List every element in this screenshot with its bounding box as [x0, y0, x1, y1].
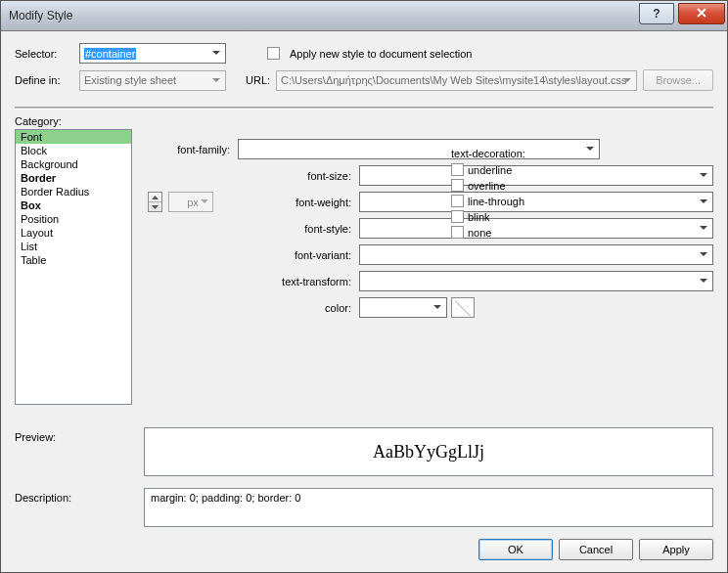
selector-label: Selector: [15, 48, 73, 60]
category-item[interactable]: Border [16, 171, 131, 185]
dialog-footer: OK Cancel Apply [1, 539, 727, 572]
font-variant-combo[interactable] [359, 244, 713, 265]
url-label: URL: [246, 74, 270, 86]
text-decoration-option: line-through [451, 195, 598, 207]
top-form: Selector: #container Apply new style to … [1, 31, 727, 103]
url-value: C:\Users\Δημήτρης\Documents\My Web Sites… [281, 74, 626, 86]
text-decoration-option: underline [451, 163, 598, 176]
text-decoration-option: none [451, 226, 598, 239]
font-size-label: font-size: [238, 170, 355, 182]
selector-combo[interactable]: #container [79, 43, 226, 64]
spin-down-icon [149, 201, 161, 211]
font-properties: font-family: font-size: [146, 129, 713, 419]
url-combo[interactable]: C:\Users\Δημήτρης\Documents\My Web Sites… [276, 70, 637, 91]
description-label: Description: [15, 488, 132, 527]
chevron-down-icon [696, 168, 710, 183]
preview-label: Preview: [15, 427, 132, 476]
text-transform-combo[interactable] [359, 271, 713, 291]
help-button[interactable]: ? [639, 3, 674, 24]
chevron-down-icon [208, 46, 223, 61]
close-button[interactable] [678, 3, 725, 24]
text-decoration-group: text-decoration: underlineoverlineline-t… [451, 148, 598, 242]
chevron-down-icon [696, 195, 710, 209]
category-item[interactable]: Table [16, 253, 131, 267]
titlebar-buttons: ? [639, 3, 725, 22]
apply-new-style-checkbox[interactable] [267, 47, 280, 60]
category-item[interactable]: Box [16, 198, 131, 212]
category-list[interactable]: FontBlockBackgroundBorderBorder RadiusBo… [15, 129, 132, 405]
bottom-area: Preview: AaBbYyGgLlJj Description: margi… [1, 419, 727, 539]
checkbox[interactable] [451, 226, 464, 239]
preview-box: AaBbYyGgLlJj [144, 427, 713, 476]
spin-up-icon [149, 193, 161, 201]
font-size-unit-combo[interactable]: px [168, 192, 213, 212]
description-box: margin: 0; padding: 0; border: 0 [144, 488, 713, 527]
chevron-down-icon [208, 73, 223, 88]
category-item[interactable]: List [16, 240, 131, 253]
text-transform-label: text-transform: [238, 276, 355, 287]
ok-button[interactable]: OK [478, 539, 553, 560]
description-text: margin: 0; padding: 0; border: 0 [151, 492, 300, 504]
chevron-down-icon [696, 247, 710, 262]
text-decoration-option-label: line-through [468, 196, 524, 207]
checkbox[interactable] [451, 179, 464, 192]
main-area: Category: FontBlockBackgroundBorderBorde… [1, 110, 727, 419]
titlebar: Modify Style ? [1, 1, 727, 31]
color-swatch[interactable] [451, 297, 475, 318]
font-size-spinner[interactable] [148, 192, 162, 212]
checkbox[interactable] [451, 210, 464, 223]
font-style-label: font-style: [238, 223, 355, 235]
color-combo[interactable] [359, 297, 447, 318]
text-decoration-label: text-decoration: [451, 148, 598, 159]
category-label: Category: [15, 115, 713, 127]
category-item[interactable]: Font [16, 130, 131, 144]
cancel-button[interactable]: Cancel [559, 539, 633, 560]
category-item[interactable]: Layout [16, 226, 131, 240]
modify-style-dialog: Modify Style ? Selector: #container [0, 0, 728, 573]
font-size-extras: px [146, 192, 234, 212]
apply-button[interactable]: Apply [639, 539, 713, 560]
text-decoration-option: blink [451, 210, 598, 223]
font-weight-label: font-weight: [238, 197, 355, 208]
browse-button[interactable]: Browse... [643, 69, 713, 91]
help-icon: ? [653, 7, 660, 21]
define-in-label: Define in: [15, 74, 73, 86]
apply-new-style-label: Apply new style to document selection [290, 48, 473, 60]
checkbox[interactable] [451, 195, 464, 207]
text-decoration-option-label: blink [468, 211, 490, 223]
color-label: color: [238, 302, 355, 314]
define-in-combo[interactable]: Existing style sheet [79, 70, 226, 91]
font-family-label: font-family: [146, 144, 234, 155]
checkbox[interactable] [451, 163, 464, 176]
chevron-down-icon [696, 274, 710, 288]
chevron-down-icon [198, 195, 210, 209]
text-decoration-option: overline [451, 179, 598, 192]
preview-sample: AaBbYyGgLlJj [373, 442, 484, 463]
category-item[interactable]: Block [16, 144, 131, 157]
chevron-down-icon [619, 73, 634, 88]
category-item[interactable]: Position [16, 212, 131, 226]
window-title: Modify Style [9, 9, 639, 22]
text-decoration-option-label: underline [468, 164, 512, 176]
font-variant-label: font-variant: [238, 249, 355, 261]
define-in-value: Existing style sheet [84, 74, 176, 86]
text-decoration-option-label: overline [468, 180, 506, 192]
chevron-down-icon [696, 221, 710, 236]
category-item[interactable]: Background [16, 157, 131, 171]
selector-value: #container [84, 48, 136, 60]
close-icon [696, 7, 707, 21]
text-decoration-option-label: none [468, 227, 491, 239]
color-row [359, 297, 713, 318]
category-item[interactable]: Border Radius [16, 185, 131, 198]
chevron-down-icon [430, 300, 444, 315]
